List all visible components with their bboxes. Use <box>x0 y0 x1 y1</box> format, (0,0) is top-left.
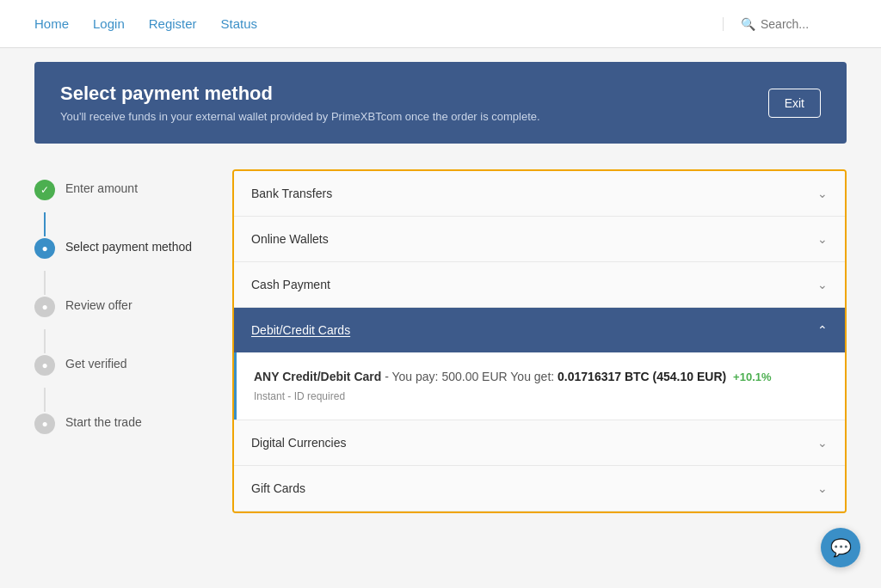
accordion-content-debit-credit-cards: ANY Credit/Debit Card - You pay: 500.00 … <box>234 352 845 420</box>
step-circle-review-offer: ● <box>34 297 55 317</box>
step-start-trade: ● Start the trade <box>34 412 206 446</box>
main-content: ✓ Enter amount ● Select payment method ●… <box>34 169 847 513</box>
header-banner: Select payment method You'll receive fun… <box>34 62 847 144</box>
step-get-verified: ● Get verified <box>34 353 206 388</box>
you-pay-label: - You pay: <box>385 370 441 383</box>
banner-text: Select payment method You'll receive fun… <box>60 83 540 123</box>
accordion-header-gift-cards[interactable]: Gift Cards ⌄ <box>234 466 845 511</box>
card-offer-title: ANY Credit/Debit Card - You pay: 500.00 … <box>254 370 828 383</box>
chevron-online-wallets: ⌄ <box>817 232 828 246</box>
step-circle-get-verified: ● <box>34 355 55 376</box>
card-offer-bonus: +10.1% <box>733 371 771 383</box>
search-icon: 🔍 <box>741 17 755 31</box>
accordion-gift-cards: Gift Cards ⌄ <box>234 466 845 511</box>
chevron-cash-payment: ⌄ <box>817 278 828 291</box>
step-label-review-offer: Review offer <box>65 295 132 329</box>
step-label-enter-amount: Enter amount <box>65 178 138 212</box>
step-enter-amount: ✓ Enter amount <box>34 178 206 212</box>
step-connector-4 <box>44 388 46 412</box>
nav-login[interactable]: Login <box>93 16 125 31</box>
accordion-cash-payment: Cash Payment ⌄ <box>234 262 845 308</box>
accordion-label-online-wallets: Online Wallets <box>251 232 329 246</box>
navbar: Home Login Register Status 🔍 <box>0 0 881 48</box>
accordion-digital-currencies: Digital Currencies ⌄ <box>234 420 845 466</box>
step-circle-start-trade: ● <box>34 413 55 434</box>
you-get-value: 0.01716317 BTC (454.10 EUR) <box>558 370 726 383</box>
payment-panel: Bank Transfers ⌄ Online Wallets ⌄ Cash P… <box>232 169 847 513</box>
step-connector-1 <box>44 212 46 236</box>
card-name: ANY Credit/Debit Card <box>254 370 381 383</box>
chevron-gift-cards: ⌄ <box>817 481 828 495</box>
you-pay-value: 500.00 EUR <box>441 370 507 383</box>
nav-home[interactable]: Home <box>34 16 69 31</box>
chevron-debit-credit-cards: ⌃ <box>817 323 828 337</box>
step-label-select-payment: Select payment method <box>65 236 192 271</box>
accordion-label-debit-credit-cards: Debit/Credit Cards <box>251 323 350 337</box>
chevron-bank-transfers: ⌄ <box>817 187 828 200</box>
exit-button[interactable]: Exit <box>768 89 821 118</box>
accordion-header-bank-transfers[interactable]: Bank Transfers ⌄ <box>234 171 845 216</box>
accordion-label-bank-transfers: Bank Transfers <box>251 187 332 200</box>
step-label-get-verified: Get verified <box>65 353 127 388</box>
step-connector-2 <box>44 271 46 295</box>
accordion-header-digital-currencies[interactable]: Digital Currencies ⌄ <box>234 420 845 465</box>
step-review-offer: ● Review offer <box>34 295 206 329</box>
step-connector-3 <box>44 329 46 353</box>
you-get-label: You get: <box>510 370 558 383</box>
nav-status[interactable]: Status <box>221 16 258 31</box>
accordion-label-cash-payment: Cash Payment <box>251 278 330 291</box>
nav-register[interactable]: Register <box>149 16 197 31</box>
nav-links: Home Login Register Status <box>34 16 257 31</box>
chat-button[interactable]: 💬 <box>821 528 860 539</box>
accordion-debit-credit-cards: Debit/Credit Cards ⌃ ANY Credit/Debit Ca… <box>234 308 845 420</box>
banner-subtitle: You'll receive funds in your external wa… <box>60 110 540 123</box>
stepper: ✓ Enter amount ● Select payment method ●… <box>34 169 206 513</box>
accordion-header-cash-payment[interactable]: Cash Payment ⌄ <box>234 262 845 307</box>
step-circle-select-payment: ● <box>34 238 55 259</box>
accordion-label-gift-cards: Gift Cards <box>251 481 305 495</box>
search-area: 🔍 <box>723 17 847 31</box>
banner-title: Select payment method <box>60 83 540 105</box>
step-select-payment: ● Select payment method <box>34 236 206 271</box>
search-input[interactable] <box>761 17 847 31</box>
accordion-header-debit-credit-cards[interactable]: Debit/Credit Cards ⌃ <box>234 308 845 352</box>
accordion-online-wallets: Online Wallets ⌄ <box>234 217 845 262</box>
chat-icon: 💬 <box>830 537 852 539</box>
accordion-bank-transfers: Bank Transfers ⌄ <box>234 171 845 217</box>
chevron-digital-currencies: ⌄ <box>817 436 828 450</box>
accordion-header-online-wallets[interactable]: Online Wallets ⌄ <box>234 217 845 261</box>
step-label-start-trade: Start the trade <box>65 412 142 446</box>
accordion-label-digital-currencies: Digital Currencies <box>251 436 346 450</box>
card-offer-sub: Instant - ID required <box>254 390 828 402</box>
card-offer[interactable]: ANY Credit/Debit Card - You pay: 500.00 … <box>254 370 828 402</box>
step-circle-enter-amount: ✓ <box>34 180 55 200</box>
